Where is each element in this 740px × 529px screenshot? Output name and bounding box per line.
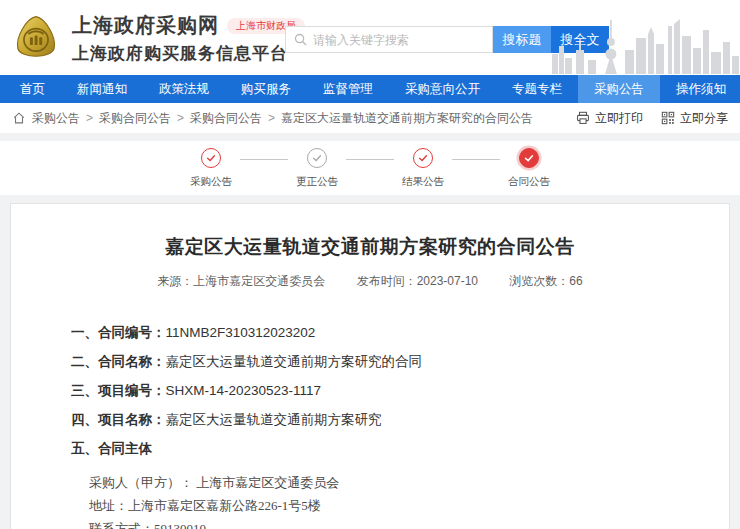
field-value: SHXM-14-20230523-1117: [166, 383, 322, 398]
article-meta: 来源：上海市嘉定区交通委员会 发布时间：2023-07-10 浏览次数：66: [11, 273, 729, 290]
field-label: 二、合同名称：: [71, 354, 166, 369]
step-label: 采购公告: [190, 175, 232, 189]
breadcrumb-separator: >: [177, 111, 184, 125]
step-procurement-notice: 采购公告: [182, 148, 240, 189]
field-value: 11NMB2F310312023202: [166, 325, 316, 340]
page-actions: 立即打印 立即分享: [576, 110, 728, 127]
field-value: 嘉定区大运量轨道交通前期方案研究: [166, 412, 382, 427]
site-logo-link[interactable]: 上海政府采购网 上海市财政局 上海政府购买服务信息平台: [10, 12, 305, 65]
notice-content-card: 嘉定区大运量轨道交通前期方案研究的合同公告 来源：上海市嘉定区交通委员会 发布时…: [10, 203, 730, 529]
project-number-row: 三、项目编号：SHXM-14-20230523-1117: [71, 384, 729, 398]
step-label: 更正公告: [296, 175, 338, 189]
step-connector: [452, 159, 500, 160]
breadcrumb-item-3[interactable]: 采购合同公告: [190, 110, 262, 127]
step-result-notice: 结果公告: [394, 148, 452, 189]
search-input[interactable]: [313, 33, 484, 47]
check-circle-icon: [519, 148, 539, 168]
qr-code-icon: [661, 111, 675, 125]
print-button[interactable]: 立即打印: [576, 110, 643, 127]
section-divider: [0, 195, 740, 203]
site-subtitle: 上海政府购买服务信息平台: [72, 42, 305, 65]
main-nav: 首页 新闻通知 政策法规 购买服务 监督管理 采购意向公开 专题专栏 采购公告 …: [0, 75, 740, 103]
breadcrumb-separator: >: [268, 111, 275, 125]
search-box: [285, 26, 493, 53]
nav-item-home[interactable]: 首页: [4, 75, 61, 103]
page-title: 嘉定区大运量轨道交通前期方案研究的合同公告: [11, 234, 729, 260]
nav-item-instructions[interactable]: 操作须知: [660, 75, 740, 103]
step-contract-notice: 合同公告: [500, 148, 558, 189]
share-label: 立即分享: [680, 110, 728, 127]
article-body: 一、合同编号：11NMB2F310312023202 二、合同名称：嘉定区大运量…: [11, 326, 729, 529]
address-row: 地址：上海市嘉定区嘉新公路226-1号5楼: [89, 494, 729, 517]
nav-item-special-topics[interactable]: 专题专栏: [496, 75, 578, 103]
purchaser-row: 采购人（甲方）： 上海市嘉定区交通委员会: [89, 471, 729, 494]
contract-parties-heading: 五、合同主体: [71, 442, 729, 456]
search-title-button[interactable]: 搜标题: [493, 26, 551, 53]
step-correction-notice: 更正公告: [288, 148, 346, 189]
nav-item-procurement-intent[interactable]: 采购意向公开: [389, 75, 496, 103]
meta-source: 来源：上海市嘉定区交通委员会: [157, 274, 325, 288]
step-connector: [240, 159, 288, 160]
share-button[interactable]: 立即分享: [661, 110, 728, 127]
breadcrumb-separator: >: [86, 111, 93, 125]
breadcrumb-item-1[interactable]: 采购公告: [32, 110, 80, 127]
nav-item-policies[interactable]: 政策法规: [143, 75, 225, 103]
step-label: 合同公告: [508, 175, 550, 189]
site-name: 上海政府采购网: [72, 12, 219, 39]
field-label: 四、项目名称：: [71, 412, 166, 427]
nav-item-procurement-notices[interactable]: 采购公告: [578, 75, 660, 103]
nav-item-news[interactable]: 新闻通知: [61, 75, 143, 103]
notice-progress-steps: 采购公告 更正公告 结果公告 合同公告: [0, 141, 740, 195]
contract-parties-details: 采购人（甲方）： 上海市嘉定区交通委员会 地址：上海市嘉定区嘉新公路226-1号…: [71, 471, 729, 529]
breadcrumb-item-2[interactable]: 采购合同公告: [99, 110, 171, 127]
meta-views: 浏览次数：66: [509, 274, 582, 288]
top-header: 上海政府采购网 上海市财政局 上海政府购买服务信息平台 搜标题 搜全文: [0, 0, 740, 75]
field-value: 嘉定区大运量轨道交通前期方案研究的合同: [166, 354, 423, 369]
city-skyline-graphic: [550, 16, 740, 74]
field-label: 五、合同主体: [71, 441, 152, 456]
contract-number-row: 一、合同编号：11NMB2F310312023202: [71, 326, 729, 340]
check-circle-icon: [201, 148, 221, 168]
search-icon: [294, 33, 307, 46]
step-label: 结果公告: [402, 175, 444, 189]
check-circle-icon: [307, 148, 327, 168]
site-logo-icon: [10, 14, 62, 64]
nav-item-purchase-services[interactable]: 购买服务: [225, 75, 307, 103]
home-icon: [12, 111, 26, 125]
contact-row: 联系方式：59130010: [89, 517, 729, 529]
project-name-row: 四、项目名称：嘉定区大运量轨道交通前期方案研究: [71, 413, 729, 427]
field-label: 一、合同编号：: [71, 325, 166, 340]
print-label: 立即打印: [595, 110, 643, 127]
nav-item-supervision[interactable]: 监督管理: [307, 75, 389, 103]
contract-name-row: 二、合同名称：嘉定区大运量轨道交通前期方案研究的合同: [71, 355, 729, 369]
field-label: 三、项目编号：: [71, 383, 166, 398]
check-circle-icon: [413, 148, 433, 168]
breadcrumb: 采购公告 > 采购合同公告 > 采购合同公告 > 嘉定区大运量轨道交通前期方案研…: [0, 103, 740, 133]
step-connector: [346, 159, 394, 160]
printer-icon: [576, 111, 590, 125]
meta-publish-time: 发布时间：2023-07-10: [357, 274, 478, 288]
section-divider: [0, 133, 740, 141]
breadcrumb-current: 嘉定区大运量轨道交通前期方案研究的合同公告: [281, 110, 533, 127]
